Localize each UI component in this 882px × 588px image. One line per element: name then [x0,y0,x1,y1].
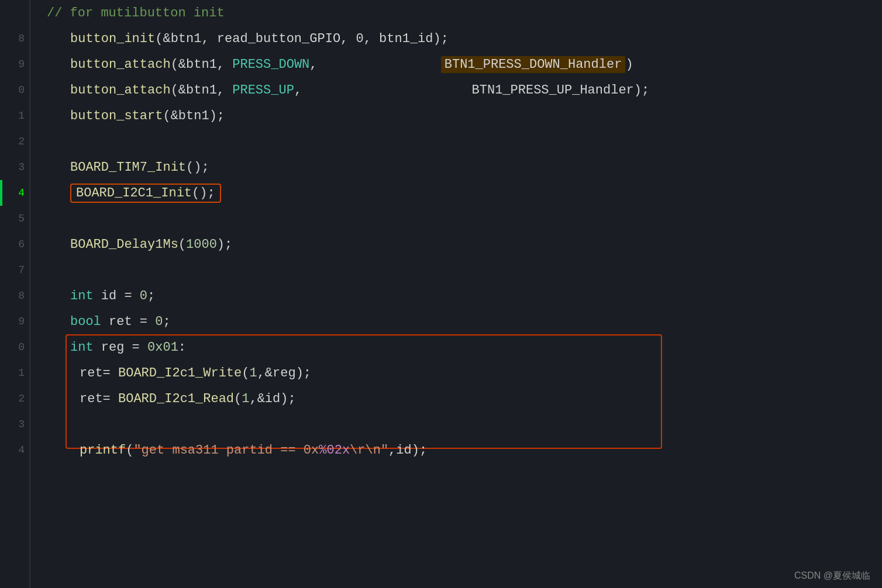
line-int-reg: int reg = 0x01: [47,334,882,360]
btn1-press-down-close: ) [625,57,633,72]
comment-text: // for mutilbutton init [47,6,225,20]
printf-string: "get msa311 partid == 0x [133,443,319,458]
button-attach-down-comma: , [309,57,317,72]
line-empty-1 [47,129,882,154]
line-board-delay: BOARD_Delay1Ms(1000); [47,231,882,257]
press-up-keyword: PRESS_UP [232,83,294,98]
line-board-tim7: BOARD_TIM7_Init(); [47,154,882,180]
button-start-args: (&btn1); [163,109,225,123]
ln-1b: 1 [0,360,29,386]
editor-container: 8 9 0 1 2 3 4 5 6 7 8 9 0 1 2 3 4 // for… [0,0,882,588]
ln-4b: 4 [0,437,29,463]
line-board-i2c1: BOARD_I2C1_Init(); [47,180,882,206]
ln-5: 5 [0,206,29,231]
button-start-func: button_start [70,109,163,123]
line-ret-read: ret= BOARD_I2c1_Read(1,&id); [47,386,882,411]
line-numbers: 8 9 0 1 2 3 4 5 6 7 8 9 0 1 2 3 4 [0,0,30,588]
int-type: int [70,289,94,303]
ret-write-num: 1 [249,366,257,381]
printf-string2: \r\n" [350,443,388,458]
ln-8: 8 [0,26,29,51]
button-attach-down-paren1: (&btn1, [171,57,233,72]
line-bool-ret: bool ret = 0; [47,309,882,334]
int-type-2: int [70,340,94,355]
bool-ret-val: 0 [155,314,163,329]
int-id-semi: ; [147,289,155,303]
printf-paren: ( [126,443,133,458]
ret-write-args: ( [242,366,249,381]
ln-9b: 9 [0,309,29,334]
ret-read-ret: ret= [80,392,118,406]
ret-write-ret: ret= [80,366,118,381]
ln-4-active: 4 [0,180,29,206]
board-i2c1-func: BOARD_I2C1_Init [76,186,192,200]
ln-3: 3 [0,154,29,180]
int-reg-val: 0x01 [147,340,178,355]
watermark: CSDN @夏侯城临 [794,570,870,582]
button-attach-up-comma: , [294,83,302,98]
board-i2c1-box: BOARD_I2C1_Init(); [70,184,221,203]
ret-read-num: 1 [242,392,249,406]
ret-write-func: BOARD_I2c1_Write [118,366,242,381]
line-button-attach-up: button_attach(&btn1, PRESS_UP, BTN1_PRES… [47,77,882,103]
ln-8b: 8 [0,283,29,309]
board-delay-args: ( [178,237,186,252]
board-delay-func: BOARD_Delay1Ms [70,237,178,252]
ln-0a: 0 [0,77,29,103]
ln-2: 2 [0,129,29,154]
code-area: // for mutilbutton init button_init(&btn… [30,0,882,588]
ret-read-func: BOARD_I2c1_Read [118,392,234,406]
line-empty-2 [47,206,882,231]
int-reg-semi: : [178,340,186,355]
board-tim7-args: (); [186,160,209,175]
ln-7: 7 [0,257,29,283]
bool-type: bool [70,314,101,329]
btn1-press-down-handler: BTN1_PRESS_DOWN_Handler [445,57,622,72]
board-delay-num: 1000 [186,237,217,252]
ln-blank1 [0,0,29,26]
line-button-init: button_init(&btn1, read_button_GPIO, 0, … [47,26,882,51]
press-down-keyword: PRESS_DOWN [232,57,309,72]
board-tim7-func: BOARD_TIM7_Init [70,160,186,175]
bool-ret-rest: ret = [101,314,155,329]
button-init-func: button_init [70,32,155,46]
line-int-id: int id = 0; [47,283,882,309]
line-button-start: button_start(&btn1); [47,103,882,129]
ln-0b: 0 [0,334,29,360]
ret-read-args: ( [234,392,242,406]
board-delay-close: ); [217,237,232,252]
ln-1: 1 [0,103,29,129]
button-init-args: (&btn1, read_button_GPIO, 0, btn1_id); [155,32,449,46]
ret-read-comma: ,&id); [249,392,295,406]
btn1-press-down-handler-bg: BTN1_PRESS_DOWN_Handler [441,56,626,73]
line-empty-4 [47,411,882,437]
int-id-val: 0 [140,289,147,303]
bool-ret-semi: ; [163,314,170,329]
board-i2c1-args: (); [192,186,215,200]
line-comment: // for mutilbutton init [47,0,882,26]
button-attach-up-paren1: (&btn1, [171,83,233,98]
ln-2b: 2 [0,386,29,411]
line-printf: printf("get msa311 partid == 0x%02x\r\n"… [47,437,882,463]
line-ret-write: ret= BOARD_I2c1_Write(1,&reg); [47,360,882,386]
line-empty-3 [47,257,882,283]
printf-func: printf [80,443,126,458]
ret-write-comma: ,&reg); [257,366,311,381]
printf-format: %02x [319,443,350,458]
printf-args: ,id); [388,443,427,458]
int-reg-rest: reg = [94,340,147,355]
line-button-attach-down: button_attach(&btn1, PRESS_DOWN, BTN1_PR… [47,51,882,77]
int-id-rest: id = [94,289,140,303]
button-attach-up-func: button_attach [70,83,171,98]
ln-9: 9 [0,51,29,77]
button-attach-down-func: button_attach [70,57,171,72]
ln-6: 6 [0,231,29,257]
ln-3b: 3 [0,411,29,437]
btn1-press-up-handler: BTN1_PRESS_UP_Handler); [472,83,650,98]
